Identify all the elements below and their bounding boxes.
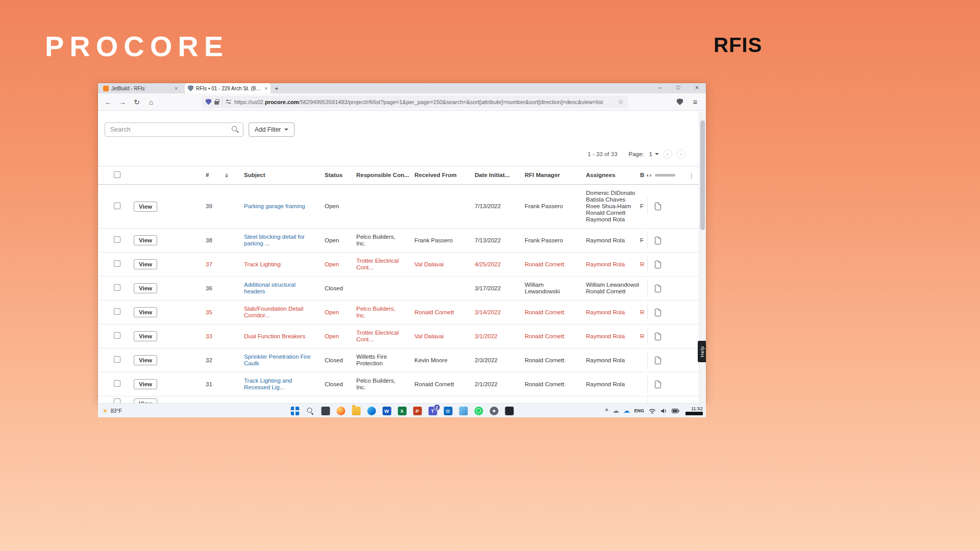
add-filter-button[interactable]: Add Filter xyxy=(249,122,295,137)
col-header-responsible[interactable]: Responsible Con... xyxy=(352,167,410,184)
close-tab-icon[interactable]: × xyxy=(175,86,178,91)
row-checkbox[interactable] xyxy=(114,260,120,267)
weather-widget[interactable]: ☀ 83°F xyxy=(102,404,122,418)
scroll-right-icon[interactable] xyxy=(650,174,653,177)
start-icon[interactable] xyxy=(290,407,299,415)
document-icon[interactable] xyxy=(655,333,661,340)
row-checkbox[interactable] xyxy=(114,284,120,291)
search-icon[interactable] xyxy=(306,407,314,415)
rfi-subject-link[interactable]: Sprinkler Penetration Fire Caulk xyxy=(244,354,316,367)
new-tab-button[interactable]: + xyxy=(275,85,279,92)
help-tab[interactable]: Help xyxy=(698,341,706,362)
powerpoint-icon[interactable]: P xyxy=(413,407,422,415)
teams-icon[interactable]: T2 xyxy=(428,407,437,415)
scrollbar-thumb[interactable] xyxy=(655,174,675,177)
view-button[interactable]: View xyxy=(134,398,157,403)
kebab-menu-icon[interactable]: ⋮ xyxy=(688,171,695,179)
protections-badge-icon[interactable] xyxy=(677,98,683,105)
view-button[interactable]: View xyxy=(134,259,157,269)
clock[interactable]: 11:52 xyxy=(685,406,703,415)
maximize-icon[interactable]: □ xyxy=(677,84,680,90)
rfi-subject-link[interactable]: Dual Function Breakers xyxy=(244,333,316,340)
row-checkbox[interactable] xyxy=(114,332,120,339)
url-bar[interactable]: https://us02.procore.com/562949953591483… xyxy=(202,96,628,108)
bookmark-star-icon[interactable]: ☆ xyxy=(618,98,624,106)
col-header-subject[interactable]: Subject xyxy=(240,167,321,184)
close-window-icon[interactable]: × xyxy=(695,84,699,91)
view-button[interactable]: View xyxy=(134,355,157,365)
wifi-icon[interactable] xyxy=(649,408,656,414)
taskview-icon[interactable] xyxy=(321,407,330,415)
forward-icon[interactable]: → xyxy=(115,98,130,106)
onedrive-icon[interactable]: ☁ xyxy=(623,408,629,414)
rfi-subject-link[interactable]: Track Lighting xyxy=(244,261,316,268)
home-icon[interactable]: ⌂ xyxy=(144,98,158,106)
outlook-icon[interactable]: O xyxy=(444,407,452,415)
sort-icon[interactable] xyxy=(225,171,228,179)
search-icon[interactable] xyxy=(232,126,239,133)
col-header-manager[interactable]: RFI Manager xyxy=(521,167,582,184)
firefox-icon[interactable] xyxy=(336,407,345,415)
rfi-subject-link[interactable]: Additional structural headers xyxy=(244,282,316,295)
row-checkbox[interactable] xyxy=(114,203,120,209)
rfi-subject-link[interactable]: Slab/Foundation Detail Corridor... xyxy=(244,306,316,319)
row-checkbox[interactable] xyxy=(114,356,120,363)
row-checkbox[interactable] xyxy=(114,398,120,403)
view-button[interactable]: View xyxy=(134,331,157,341)
document-icon[interactable] xyxy=(655,261,661,268)
view-button[interactable]: View xyxy=(134,283,157,293)
menu-icon[interactable]: ≡ xyxy=(688,97,702,106)
view-button[interactable]: View xyxy=(134,235,157,245)
col-header-status[interactable]: Status xyxy=(321,167,352,184)
row-checkbox[interactable] xyxy=(114,236,120,243)
app-icon[interactable] xyxy=(505,407,513,415)
word-icon[interactable]: W xyxy=(382,407,391,415)
close-tab-icon[interactable]: × xyxy=(264,86,267,91)
date-initiated: 4/25/2022 xyxy=(471,256,521,273)
edge-icon[interactable] xyxy=(367,407,376,415)
search-input[interactable] xyxy=(105,122,243,137)
row-checkbox[interactable] xyxy=(114,308,120,315)
permissions-icon[interactable] xyxy=(226,99,231,105)
document-icon[interactable] xyxy=(655,203,661,210)
row-checkbox[interactable] xyxy=(114,380,120,387)
speaker-icon[interactable] xyxy=(660,408,667,414)
next-page-button[interactable]: › xyxy=(676,149,685,159)
battery-icon[interactable] xyxy=(672,409,679,413)
col-header-date[interactable]: Date Initiat... xyxy=(471,167,521,184)
back-icon[interactable]: ← xyxy=(101,98,115,106)
whatsapp-icon[interactable] xyxy=(474,407,483,415)
reload-icon[interactable]: ↻ xyxy=(130,98,144,106)
document-icon[interactable] xyxy=(655,237,661,244)
language-indicator[interactable]: ENG xyxy=(634,408,644,413)
tracking-protection-icon[interactable] xyxy=(206,99,211,105)
col-header-assignees[interactable]: Assignees xyxy=(582,167,639,184)
settings-icon[interactable] xyxy=(489,407,498,415)
view-button[interactable]: View xyxy=(134,307,157,317)
page-select[interactable]: 1 xyxy=(649,151,659,157)
rfi-subject-link[interactable]: Steel blocking detail for parking ... xyxy=(244,234,316,247)
photos-icon[interactable] xyxy=(459,407,468,415)
folder-icon[interactable] xyxy=(352,407,360,415)
tray-expand-icon[interactable]: ^ xyxy=(605,408,608,414)
document-icon[interactable] xyxy=(655,357,661,364)
document-icon[interactable] xyxy=(655,285,661,292)
horizontal-scrollbar[interactable] xyxy=(645,174,675,177)
col-header-number[interactable]: # xyxy=(198,166,240,184)
select-all-checkbox[interactable] xyxy=(114,171,120,178)
excel-icon[interactable]: X xyxy=(398,407,406,415)
cloud-icon[interactable]: ☁ xyxy=(612,408,619,414)
minimize-icon[interactable]: – xyxy=(658,84,661,90)
rfi-subject-link[interactable]: Parking garage framing xyxy=(244,203,316,210)
scrollbar-thumb[interactable] xyxy=(700,120,705,230)
view-button[interactable]: View xyxy=(134,202,157,212)
document-icon[interactable] xyxy=(655,309,661,316)
prev-page-button[interactable]: ‹ xyxy=(663,149,672,159)
col-header-received[interactable]: Received From xyxy=(410,167,471,184)
rfi-subject-link[interactable]: Track Lighting and Recessed Lig... xyxy=(244,378,316,391)
browser-tab-rfis[interactable]: RFIs • 01 - 229 Arch St. (Berge... × xyxy=(185,83,271,93)
scroll-left-icon[interactable] xyxy=(645,174,648,177)
document-icon[interactable] xyxy=(655,381,661,388)
browser-tab-jetbuild[interactable]: JetBuild - RFIs × xyxy=(100,83,181,93)
view-button[interactable]: View xyxy=(134,379,157,389)
